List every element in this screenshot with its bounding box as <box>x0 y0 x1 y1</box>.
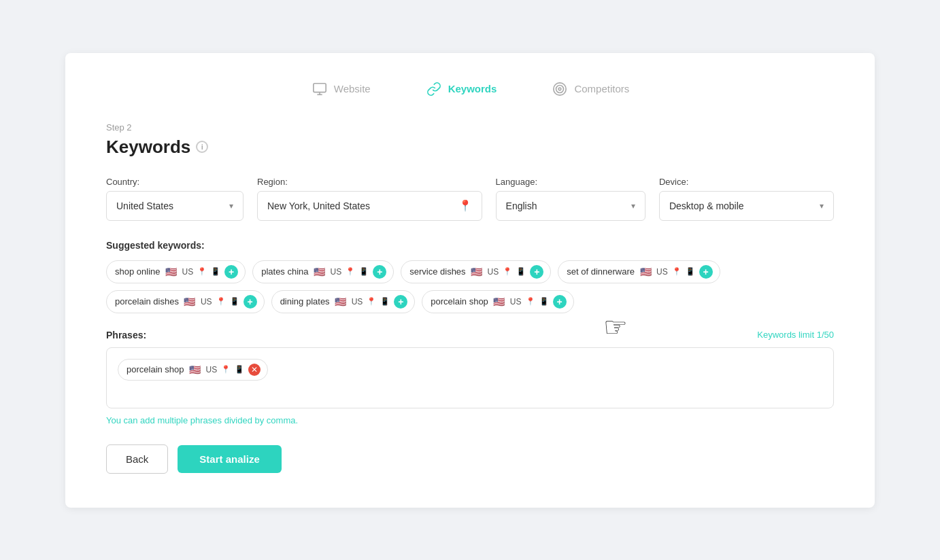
chevron-down-icon: ▾ <box>229 201 233 211</box>
add-keyword-4[interactable]: + <box>244 295 257 309</box>
keyword-chip-4[interactable]: porcelain dishes 🇺🇸 US 📍 📱 + <box>106 290 265 313</box>
add-keyword-3[interactable]: + <box>699 265 713 279</box>
svg-point-4 <box>556 85 564 92</box>
link-icon <box>425 80 443 98</box>
device-value: Desktop & mobile <box>669 200 820 211</box>
flag-icon-5: 🇺🇸 <box>334 297 348 307</box>
steps-nav: Website Keywords Competitors <box>106 80 834 98</box>
add-keyword-0[interactable]: + <box>224 265 238 279</box>
chip-tag-5: US <box>352 297 363 307</box>
chevron-down-icon-lang: ▾ <box>631 201 635 211</box>
chevron-down-icon-device: ▾ <box>820 201 824 211</box>
phrase-device-icon-0: 📱 <box>235 365 244 374</box>
device-label: Device: <box>659 177 834 187</box>
country-value: United States <box>116 200 229 211</box>
device-icon-1: 📱 <box>359 267 369 276</box>
country-select[interactable]: United States ▾ <box>106 191 244 221</box>
keywords-grid: shop online 🇺🇸 US 📍 📱 + plates china 🇺🇸 … <box>106 260 834 313</box>
add-keyword-5[interactable]: + <box>394 295 407 309</box>
language-value: English <box>506 200 631 211</box>
keyword-chip-2[interactable]: service dishes 🇺🇸 US 📍 📱 + <box>401 260 551 283</box>
language-select[interactable]: English ▾ <box>496 191 645 221</box>
keyword-text-1: plates china <box>261 266 308 277</box>
step-keywords[interactable]: Keywords <box>425 80 497 98</box>
device-icon-0: 📱 <box>211 267 220 276</box>
step-competitors-label: Competitors <box>574 83 629 94</box>
form-row: Country: United States ▾ Region: New Yor… <box>106 177 834 221</box>
keyword-chip-0[interactable]: shop online 🇺🇸 US 📍 📱 + <box>106 260 246 283</box>
region-select[interactable]: New York, United States 📍 <box>257 191 482 221</box>
start-button[interactable]: Start analize <box>178 445 281 473</box>
pin-icon-0: 📍 <box>197 267 207 276</box>
chip-tag-3: US <box>656 267 668 277</box>
phrase-flag-0: 🇺🇸 <box>188 365 202 374</box>
flag-icon-3: 🇺🇸 <box>639 267 652 277</box>
remove-phrase-0[interactable]: ✕ <box>248 364 261 376</box>
keyword-chip-5[interactable]: dining plates 🇺🇸 US 📍 📱 + <box>271 290 416 313</box>
add-keyword-1[interactable]: + <box>373 265 386 279</box>
flag-icon-4: 🇺🇸 <box>183 297 197 307</box>
back-button[interactable]: Back <box>106 444 168 474</box>
svg-point-3 <box>554 82 566 94</box>
chip-tag-2: US <box>488 267 499 277</box>
helper-text: You can add multiple phrases divided by … <box>106 415 834 425</box>
svg-rect-0 <box>314 83 326 92</box>
chip-tag-6: US <box>510 297 522 307</box>
pin-icon-3: 📍 <box>672 267 682 276</box>
pin-icon-2: 📍 <box>503 267 512 276</box>
pin-icon-5: 📍 <box>367 297 376 306</box>
add-keyword-6[interactable]: + <box>553 295 567 309</box>
keywords-limit: Keywords limit 1/50 <box>757 330 834 340</box>
step-competitors[interactable]: Competitors <box>551 80 629 98</box>
keyword-text-2: service dishes <box>409 266 465 277</box>
device-icon-4: 📱 <box>230 297 239 306</box>
button-row: Back Start analize <box>106 444 834 474</box>
keyword-chip-1[interactable]: plates china 🇺🇸 US 📍 📱 + <box>252 260 394 283</box>
phrase-text-0: porcelain shop <box>127 364 184 374</box>
device-icon-3: 📱 <box>686 267 695 276</box>
pin-icon-1: 📍 <box>346 267 355 276</box>
phrase-pin-icon-0: 📍 <box>221 365 231 374</box>
chip-tag-1: US <box>331 267 342 277</box>
step-website[interactable]: Website <box>311 80 371 98</box>
info-icon[interactable]: i <box>196 141 208 153</box>
pin-icon-6: 📍 <box>526 297 535 306</box>
region-value: New York, United States <box>267 200 458 211</box>
keyword-text-0: shop online <box>115 266 161 277</box>
language-label: Language: <box>496 177 645 187</box>
suggested-keywords-title: Suggested keywords: <box>106 240 834 251</box>
pin-icon-4: 📍 <box>216 297 226 306</box>
keyword-chip-6[interactable]: porcelain shop 🇺🇸 US 📍 📱 + ☞ <box>422 290 573 313</box>
phrase-chip-0[interactable]: porcelain shop 🇺🇸 US 📍 📱 ✕ <box>118 359 268 381</box>
keyword-chip-3[interactable]: set of dinnerware 🇺🇸 US 📍 📱 + <box>558 260 720 283</box>
region-group: Region: New York, United States 📍 <box>257 177 482 221</box>
monitor-icon <box>311 80 329 98</box>
device-icon-5: 📱 <box>380 297 390 306</box>
phrases-box[interactable]: porcelain shop 🇺🇸 US 📍 📱 ✕ <box>106 347 834 408</box>
flag-icon-0: 🇺🇸 <box>165 267 178 277</box>
target-icon <box>551 80 569 98</box>
add-keyword-2[interactable]: + <box>530 265 543 279</box>
phrase-tag-0: US <box>206 365 218 374</box>
svg-point-5 <box>559 88 562 90</box>
device-group: Device: Desktop & mobile ▾ <box>659 177 834 221</box>
device-icon-2: 📱 <box>516 267 526 276</box>
step-website-label: Website <box>334 83 371 94</box>
chip-tag-0: US <box>182 267 194 277</box>
device-select[interactable]: Desktop & mobile ▾ <box>659 191 834 221</box>
device-icon-6: 📱 <box>539 297 549 306</box>
keyword-text-4: porcelain dishes <box>115 296 179 307</box>
keyword-text-6: porcelain shop <box>431 296 488 307</box>
flag-icon-6: 🇺🇸 <box>492 297 506 307</box>
step-keywords-label: Keywords <box>448 83 497 94</box>
flag-icon-1: 🇺🇸 <box>313 267 326 277</box>
chip-tag-4: US <box>201 297 212 307</box>
phrases-label: Phrases: <box>106 330 146 340</box>
location-pin-icon: 📍 <box>458 199 472 212</box>
flag-icon-2: 🇺🇸 <box>470 267 484 277</box>
page-title: Keywords i <box>106 137 834 158</box>
keyword-text-3: set of dinnerware <box>567 266 635 277</box>
country-group: Country: United States ▾ <box>106 177 244 221</box>
region-label: Region: <box>257 177 482 187</box>
country-label: Country: <box>106 177 244 187</box>
